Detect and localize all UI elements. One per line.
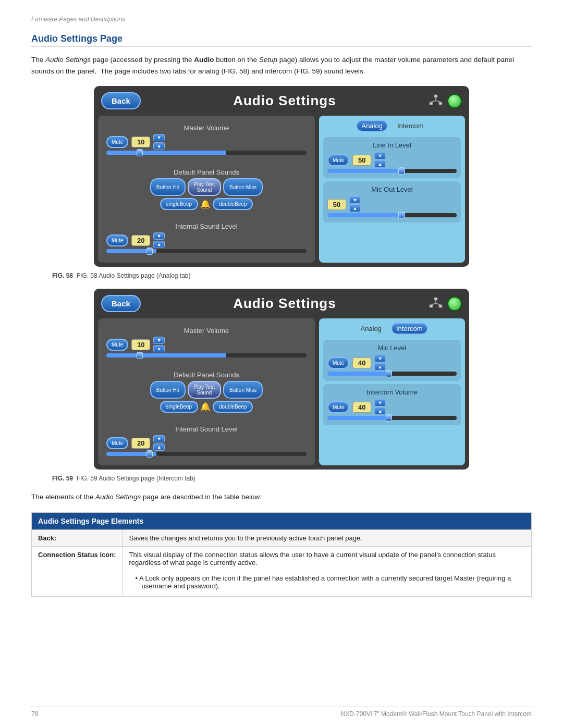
audio-panel-2: Back Audio Settings <box>94 289 469 470</box>
master-value-2: 10 <box>131 339 150 350</box>
default-sounds-label-2: Default Panel Sounds <box>106 371 307 379</box>
double-beep-btn-2[interactable]: doubleBeep <box>213 401 253 413</box>
sound-icon-2: 🔔 <box>200 402 211 412</box>
back-button-1[interactable]: Back <box>101 92 141 109</box>
panel1-tabs: Analog Intercom <box>323 120 461 132</box>
svg-rect-0 <box>434 95 437 97</box>
mic-level-down-2[interactable]: ▼ <box>374 355 386 362</box>
line-in-up-1[interactable]: ▲ <box>374 161 386 168</box>
sounds-row2-2: singleBeep 🔔 doubleBeep <box>106 401 307 413</box>
button-miss-btn-2[interactable]: Button Miss <box>223 381 263 399</box>
panel1-right: Analog Intercom Line In Level Mute 50 ▼ … <box>319 116 465 263</box>
intercom-volume-slider-2[interactable] <box>327 416 457 420</box>
master-value-1: 10 <box>131 137 150 147</box>
panel2-title: Audio Settings <box>233 295 336 312</box>
master-volume-2: Master Volume Mute 10 ▼ ▲ <box>102 323 311 363</box>
mic-out-slider-1[interactable] <box>327 213 457 217</box>
line-in-arrows-1: ▼ ▲ <box>374 152 386 168</box>
table-desc-connection: This visual display of the connection st… <box>123 546 532 596</box>
intercom-tab-2[interactable]: Intercom <box>391 323 428 335</box>
master-mute-btn-1[interactable]: Mute <box>106 136 128 148</box>
audio-panel-1: Back Audio Settings <box>94 86 469 267</box>
sounds-row2-1: singleBeep 🔔 doubleBeep <box>106 198 307 210</box>
table-header-row: Audio Settings Page Elements <box>32 512 532 529</box>
svg-rect-7 <box>430 305 433 307</box>
line-in-row-1: Mute 50 ▼ ▲ <box>327 152 457 168</box>
internal-mute-btn-1[interactable]: Mute <box>106 235 128 246</box>
double-beep-btn-1[interactable]: doubleBeep <box>213 198 253 210</box>
master-up-arrow-2[interactable]: ▲ <box>153 345 165 352</box>
mic-out-section-1: Mic Out Level 50 ▼ ▲ <box>323 181 461 223</box>
status-dot-2 <box>447 297 462 311</box>
button-hit-btn-2[interactable]: Button Hit <box>150 381 186 399</box>
mic-out-down-1[interactable]: ▼ <box>349 196 361 204</box>
mic-out-value-1: 50 <box>327 199 346 210</box>
intercom-tab-1[interactable]: Intercom <box>393 120 428 132</box>
sound-icon-1: 🔔 <box>200 199 211 209</box>
analog-tab-2[interactable]: Analog <box>356 323 385 335</box>
panel2-header: Back Audio Settings <box>98 293 465 314</box>
line-in-value-1: 50 <box>352 155 371 166</box>
mic-level-row-2: Mute 40 ▼ ▲ <box>327 355 457 371</box>
internal-up-arrow-1[interactable]: ▲ <box>153 241 165 248</box>
internal-slider-thumb-2 <box>146 450 153 458</box>
internal-slider-1[interactable] <box>106 249 307 253</box>
intercom-volume-up-2[interactable]: ▲ <box>374 408 386 415</box>
line-in-down-1[interactable]: ▼ <box>374 152 386 159</box>
default-sounds-1: Default Panel Sounds Button Hit Play Tes… <box>102 164 311 214</box>
svg-rect-8 <box>439 305 442 307</box>
table-header-cell: Audio Settings Page Elements <box>32 512 532 529</box>
master-slider-1[interactable] <box>106 151 307 155</box>
mic-level-mute-2[interactable]: Mute <box>327 357 349 369</box>
svg-line-4 <box>431 101 436 102</box>
fig58-caption: FIG. 58 FIG. 58 Audio Settings page (Ana… <box>52 272 532 279</box>
footer-product: NXD-700Vi 7" Modero® Wall/Flush Mount To… <box>341 710 532 718</box>
internal-down-arrow-2[interactable]: ▼ <box>153 435 165 442</box>
intercom-volume-down-2[interactable]: ▼ <box>374 399 386 406</box>
internal-down-arrow-1[interactable]: ▼ <box>153 232 165 240</box>
intercom-volume-section-2: Intercom Volume Mute 40 ▼ ▲ <box>323 384 461 425</box>
panel1-header: Back Audio Settings <box>98 90 465 112</box>
mic-out-up-1[interactable]: ▲ <box>349 205 361 212</box>
master-mute-btn-2[interactable]: Mute <box>106 339 128 351</box>
master-down-arrow-2[interactable]: ▼ <box>153 337 165 344</box>
play-test-sound-btn-2[interactable]: Play TestSound <box>188 381 221 399</box>
button-hit-btn-1[interactable]: Button Hit <box>150 178 186 196</box>
svg-line-11 <box>436 303 440 305</box>
line-in-slider-1[interactable] <box>327 169 457 173</box>
intercom-volume-value-2: 40 <box>352 402 371 413</box>
table-label-back: Back: <box>32 529 123 546</box>
master-arrows-1: ▼ ▲ <box>153 134 165 150</box>
internal-sound-2: Internal Sound Level Mute 20 ▼ ▲ <box>102 421 311 461</box>
master-volume-row-2: Mute 10 ▼ ▲ <box>106 337 307 352</box>
mic-level-section-2: Mic Level Mute 40 ▼ ▲ <box>323 340 461 381</box>
internal-mute-btn-2[interactable]: Mute <box>106 437 128 449</box>
mic-level-arrows-2: ▼ ▲ <box>374 355 386 371</box>
single-beep-btn-1[interactable]: singleBeep <box>160 198 198 210</box>
mic-level-slider-2[interactable] <box>327 372 457 376</box>
play-test-sound-btn-1[interactable]: Play TestSound <box>188 178 221 196</box>
table-bullet-connection: • A Lock only appears on the icon if the… <box>136 574 525 590</box>
internal-up-arrow-2[interactable]: ▲ <box>153 443 165 451</box>
back-button-2[interactable]: Back <box>101 295 141 312</box>
button-miss-btn-1[interactable]: Button Miss <box>223 178 263 196</box>
internal-value-1: 20 <box>131 235 150 246</box>
panel1-body: Master Volume Mute 10 ▼ ▲ <box>98 116 465 263</box>
internal-slider-2[interactable] <box>106 452 307 456</box>
internal-arrows-2: ▼ ▲ <box>153 435 165 451</box>
mic-level-up-2[interactable]: ▲ <box>374 363 386 371</box>
internal-sound-label-1: Internal Sound Level <box>106 223 307 230</box>
section-title: Audio Settings Page <box>31 33 532 47</box>
mic-out-thumb-1 <box>398 212 405 219</box>
mic-level-label-2: Mic Level <box>327 344 457 352</box>
single-beep-btn-2[interactable]: singleBeep <box>160 401 198 413</box>
analog-tab-1[interactable]: Analog <box>356 120 387 132</box>
master-up-arrow-1[interactable]: ▲ <box>153 142 165 150</box>
internal-volume-row-1: Mute 20 ▼ ▲ <box>106 232 307 248</box>
svg-rect-6 <box>434 298 437 300</box>
master-down-arrow-1[interactable]: ▼ <box>153 134 165 141</box>
default-sounds-2: Default Panel Sounds Button Hit Play Tes… <box>102 367 311 417</box>
line-in-mute-1[interactable]: Mute <box>327 154 349 166</box>
master-slider-2[interactable] <box>106 353 307 357</box>
intercom-volume-mute-2[interactable]: Mute <box>327 401 349 413</box>
